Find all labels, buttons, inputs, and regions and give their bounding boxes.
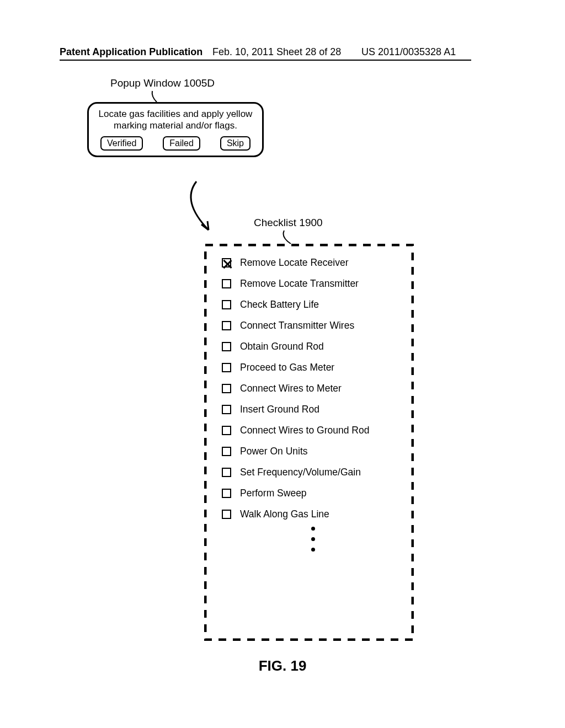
checklist-panel: Remove Locate ReceiverRemove Locate Tran… xyxy=(204,244,414,641)
checkbox-icon[interactable] xyxy=(222,426,231,435)
header-date-sheet: Feb. 10, 2011 Sheet 28 of 28 xyxy=(212,46,341,58)
checkbox-icon[interactable] xyxy=(222,447,231,456)
header-divider xyxy=(60,60,471,61)
checklist-item[interactable]: Perform Sweep xyxy=(222,488,404,499)
checklist-item[interactable]: Insert Ground Rod xyxy=(222,404,404,415)
checkbox-icon[interactable] xyxy=(222,384,231,393)
checklist-item-label: Remove Locate Transmitter xyxy=(240,278,359,290)
checklist-item-label: Check Battery Life xyxy=(240,299,319,311)
checklist-label: Checklist 1900 xyxy=(254,217,323,229)
ellipsis-icon xyxy=(222,527,404,552)
checkbox-icon[interactable] xyxy=(222,258,231,267)
checklist-item[interactable]: Check Battery Life xyxy=(222,299,404,311)
checklist-item-label: Connect Transmitter Wires xyxy=(240,320,354,331)
failed-button[interactable]: Failed xyxy=(163,136,200,151)
patent-figure-page: Patent Application Publication Feb. 10, … xyxy=(0,0,565,728)
figure-caption: FIG. 19 xyxy=(0,657,565,675)
popup-instruction-text: Locate gas facilities and apply yellow m… xyxy=(93,108,258,132)
popup-button-row: Verified Failed Skip xyxy=(93,136,258,151)
checklist-item[interactable]: Remove Locate Receiver xyxy=(222,257,404,269)
checkbox-icon[interactable] xyxy=(222,321,231,330)
checklist-item[interactable]: Power On Units xyxy=(222,446,404,457)
checklist-item-container: Remove Locate ReceiverRemove Locate Tran… xyxy=(204,244,414,564)
checklist-item[interactable]: Proceed to Gas Meter xyxy=(222,362,404,373)
checkbox-icon[interactable] xyxy=(222,342,231,351)
checkbox-icon[interactable] xyxy=(222,405,231,414)
checklist-item[interactable]: Walk Along Gas Line xyxy=(222,508,404,520)
header-pub-number: US 2011/0035328 A1 xyxy=(361,46,456,58)
popup-window-label: Popup Window 1005D xyxy=(110,77,215,89)
flow-arrow-icon xyxy=(175,179,220,234)
checklist-item[interactable]: Connect Wires to Ground Rod xyxy=(222,425,404,436)
checklist-item-label: Connect Wires to Ground Rod xyxy=(240,425,369,436)
checkbox-icon[interactable] xyxy=(222,489,231,498)
checklist-item[interactable]: Set Frequency/Volume/Gain xyxy=(222,467,404,478)
skip-button[interactable]: Skip xyxy=(220,136,250,151)
checklist-item-label: Walk Along Gas Line xyxy=(240,508,329,520)
checklist-item-label: Perform Sweep xyxy=(240,488,307,499)
checklist-item-label: Connect Wires to Meter xyxy=(240,383,342,394)
checkbox-icon[interactable] xyxy=(222,279,231,288)
verified-button[interactable]: Verified xyxy=(100,136,143,151)
checklist-item-label: Power On Units xyxy=(240,446,308,457)
checkbox-icon[interactable] xyxy=(222,510,231,519)
checklist-leader-line xyxy=(279,228,295,245)
checklist-item-label: Insert Ground Rod xyxy=(240,404,319,415)
checkbox-icon[interactable] xyxy=(222,468,231,477)
checkbox-icon[interactable] xyxy=(222,300,231,309)
checklist-item-label: Proceed to Gas Meter xyxy=(240,362,334,373)
popup-leader-line xyxy=(150,90,163,103)
checklist-item[interactable]: Remove Locate Transmitter xyxy=(222,278,404,290)
header-publication: Patent Application Publication xyxy=(60,46,202,58)
checklist-item[interactable]: Obtain Ground Rod xyxy=(222,341,404,352)
checklist-item-label: Obtain Ground Rod xyxy=(240,341,324,352)
checklist-item-label: Set Frequency/Volume/Gain xyxy=(240,467,361,478)
checklist-item[interactable]: Connect Wires to Meter xyxy=(222,383,404,394)
checkbox-icon[interactable] xyxy=(222,363,231,372)
checklist-item[interactable]: Connect Transmitter Wires xyxy=(222,320,404,331)
checklist-item-label: Remove Locate Receiver xyxy=(240,257,348,269)
popup-window: Locate gas facilities and apply yellow m… xyxy=(87,102,264,157)
